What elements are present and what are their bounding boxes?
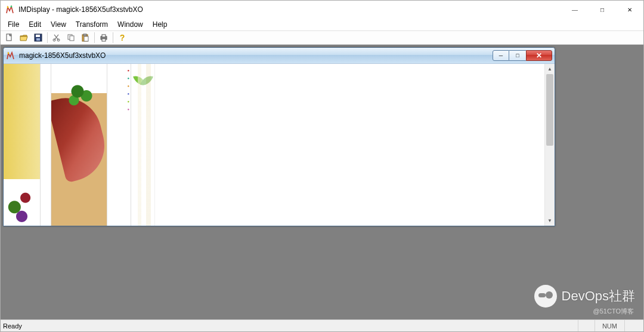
status-cell-empty2 [624, 320, 641, 331]
app-icon [5, 5, 15, 14]
print-button[interactable] [97, 32, 110, 44]
child-app-icon [6, 51, 16, 60]
menu-file[interactable]: File [3, 19, 24, 30]
svg-rect-5 [36, 38, 40, 41]
child-title-text: magick-1856X5uf3xstvbXO [19, 51, 106, 60]
mdi-client-area: magick-1856X5uf3xstvbXO ─ □ ✕ ●●●●●● [1, 45, 643, 319]
maximize-button[interactable]: □ [589, 1, 616, 19]
wechat-icon [534, 285, 557, 308]
scroll-down-icon[interactable]: ▼ [545, 216, 555, 226]
svg-point-0 [7, 7, 9, 8]
svg-rect-4 [36, 35, 40, 37]
vertical-scrollbar[interactable]: ▲ ▼ [544, 64, 555, 226]
menu-help[interactable]: Help [148, 19, 172, 30]
svg-rect-12 [84, 36, 88, 41]
image-canvas[interactable]: ●●●●●● [4, 64, 544, 226]
watermark-credit: @51CTO博客 [593, 307, 634, 316]
paste-button[interactable] [79, 32, 92, 44]
displayed-image-faint [138, 64, 156, 226]
svg-rect-11 [83, 34, 86, 36]
scroll-up-icon[interactable]: ▲ [545, 64, 555, 74]
copy-icon [67, 33, 75, 42]
save-button[interactable] [32, 32, 45, 44]
child-window[interactable]: magick-1856X5uf3xstvbXO ─ □ ✕ ●●●●●● [3, 47, 555, 226]
toolbar: ? [1, 30, 643, 45]
svg-point-16 [8, 53, 10, 54]
titlebar[interactable]: IMDisplay - magick-1856X5uf3xstvbXO — □ … [1, 1, 643, 19]
close-button[interactable]: ✕ [616, 1, 643, 19]
svg-rect-15 [102, 39, 106, 41]
child-close-button[interactable]: ✕ [526, 50, 552, 61]
child-minimize-button[interactable]: ─ [493, 50, 509, 61]
new-icon [5, 33, 14, 42]
status-cell-empty1 [578, 320, 595, 331]
help-button[interactable]: ? [116, 32, 129, 44]
displayed-image: ●●●●●● [4, 64, 156, 226]
open-button[interactable] [17, 32, 30, 44]
open-icon [20, 33, 28, 42]
statusbar: Ready NUM [1, 319, 643, 331]
child-maximize-button[interactable]: □ [509, 50, 526, 61]
status-numlock: NUM [595, 320, 624, 331]
menu-window[interactable]: Window [113, 19, 148, 30]
new-button[interactable] [3, 32, 16, 44]
save-icon [34, 33, 42, 42]
cut-button[interactable] [50, 32, 63, 44]
menu-edit[interactable]: Edit [24, 19, 46, 30]
scrollbar-thumb[interactable] [546, 74, 553, 146]
menubar: File Edit View Transform Window Help [1, 19, 643, 30]
menu-view[interactable]: View [46, 19, 71, 30]
menu-transform[interactable]: Transform [71, 19, 113, 30]
copy-button[interactable] [64, 32, 78, 44]
child-titlebar[interactable]: magick-1856X5uf3xstvbXO ─ □ ✕ [4, 48, 555, 63]
minimize-button[interactable]: — [561, 1, 589, 19]
child-body: ●●●●●● ▲ ▼ [4, 63, 555, 226]
svg-rect-14 [102, 35, 106, 37]
paste-icon [81, 33, 89, 42]
application-window: IMDisplay - magick-1856X5uf3xstvbXO — □ … [0, 0, 644, 332]
status-text: Ready [3, 322, 22, 330]
svg-point-1 [11, 6, 13, 8]
help-icon: ? [120, 33, 125, 42]
watermark: DevOps社群 [534, 285, 635, 308]
window-title: IMDisplay - magick-1856X5uf3xstvbXO [18, 5, 143, 14]
cut-icon [52, 33, 61, 42]
print-icon [100, 33, 108, 42]
svg-rect-9 [70, 36, 74, 41]
watermark-text: DevOps社群 [562, 287, 635, 305]
